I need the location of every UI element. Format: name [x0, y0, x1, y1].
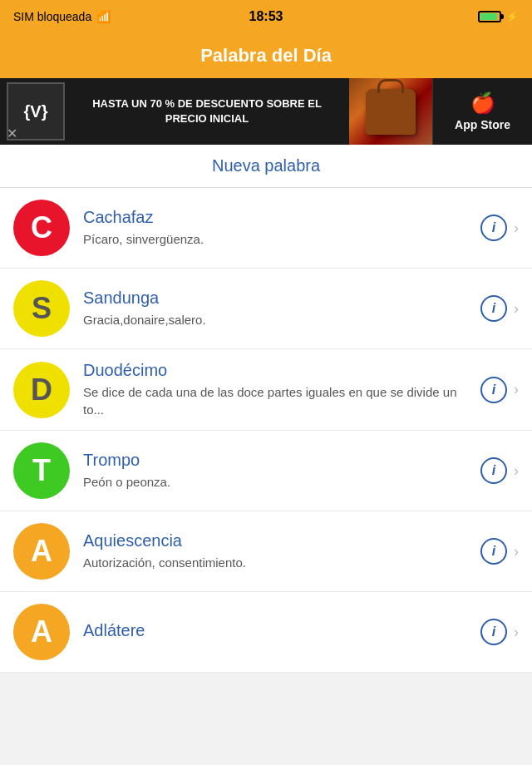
info-button[interactable]: i	[480, 619, 507, 645]
battery-fill	[480, 13, 497, 20]
app-title: Palabra del Día	[200, 45, 332, 67]
word-actions[interactable]: i ›	[480, 457, 519, 484]
bag-icon	[366, 89, 416, 135]
word-content: Aquiescencia Autorización, consentimient…	[83, 531, 474, 571]
ad-text: HASTA UN 70 % DE DESCUENTO SOBRE EL PREC…	[65, 96, 349, 126]
word-actions[interactable]: i ›	[480, 619, 519, 645]
chevron-right-icon: ›	[514, 300, 519, 318]
carrier-text: SIM bloqueada	[13, 10, 91, 23]
word-content: Duodécimo Se dice de cada una de las doc…	[83, 361, 474, 418]
word-actions[interactable]: i ›	[480, 377, 519, 403]
word-definition: Peón o peonza.	[83, 473, 474, 491]
word-item[interactable]: T Trompo Peón o peonza. i ›	[0, 431, 532, 511]
word-avatar: A	[13, 604, 70, 660]
nueva-palabra-label: Nueva palabra	[212, 156, 320, 175]
word-item[interactable]: A Adlátere i ›	[0, 592, 532, 673]
word-title: Duodécimo	[83, 361, 474, 380]
info-button[interactable]: i	[480, 457, 507, 484]
ad-logo-text: {V}	[24, 102, 48, 121]
word-content: Sandunga Gracia,donaire,salero.	[83, 289, 474, 328]
status-carrier: SIM bloqueada 📶	[13, 10, 111, 23]
info-button[interactable]: i	[480, 215, 507, 241]
word-content: Cachafaz Pícaro, sinvergüenza.	[83, 208, 474, 248]
ad-banner[interactable]: {V} HASTA UN 70 % DE DESCUENTO SOBRE EL …	[0, 78, 532, 145]
word-avatar: D	[13, 362, 70, 418]
words-list: C Cachafaz Pícaro, sinvergüenza. i › S S…	[0, 188, 532, 673]
word-avatar: T	[13, 442, 70, 499]
appstore-label: App Store	[455, 118, 510, 131]
word-definition: Pícaro, sinvergüenza.	[83, 230, 474, 248]
apple-icon: 🍎	[470, 91, 495, 115]
word-actions[interactable]: i ›	[480, 215, 519, 241]
word-actions[interactable]: i ›	[480, 295, 519, 322]
title-bar: Palabra del Día	[0, 33, 532, 78]
chevron-right-icon: ›	[514, 624, 519, 641]
word-item[interactable]: C Cachafaz Pícaro, sinvergüenza. i ›	[0, 188, 532, 269]
chevron-right-icon: ›	[514, 462, 519, 480]
word-avatar: S	[13, 280, 70, 337]
word-title: Trompo	[83, 451, 474, 470]
word-definition: Se dice de cada una de las doce partes i…	[83, 383, 474, 418]
word-title: Sandunga	[83, 289, 474, 308]
info-button[interactable]: i	[480, 295, 507, 322]
word-title: Adlátere	[83, 621, 474, 640]
status-right: ⚡	[478, 11, 519, 22]
chevron-right-icon: ›	[514, 381, 519, 398]
word-definition: Gracia,donaire,salero.	[83, 311, 474, 328]
status-bar: SIM bloqueada 📶 18:53 ⚡	[0, 0, 532, 33]
word-item[interactable]: D Duodécimo Se dice de cada una de las d…	[0, 349, 532, 431]
ad-image	[349, 78, 432, 145]
word-content: Adlátere	[83, 621, 474, 644]
word-definition: Autorización, consentimiento.	[83, 554, 474, 571]
charging-icon: ⚡	[506, 11, 519, 22]
word-title: Aquiescencia	[83, 531, 474, 550]
word-title: Cachafaz	[83, 208, 474, 227]
word-item[interactable]: S Sandunga Gracia,donaire,salero. i ›	[0, 269, 532, 349]
word-avatar: A	[13, 523, 70, 580]
battery-icon	[478, 11, 501, 22]
word-actions[interactable]: i ›	[480, 538, 519, 565]
close-ad-button[interactable]: ✕	[7, 126, 17, 141]
nueva-palabra-section: Nueva palabra	[0, 145, 532, 188]
wifi-icon: 📶	[96, 10, 111, 23]
chevron-right-icon: ›	[514, 543, 519, 560]
word-avatar: C	[13, 200, 70, 256]
ad-appstore[interactable]: 🍎 App Store	[432, 78, 532, 145]
word-content: Trompo Peón o peonza.	[83, 451, 474, 491]
info-button[interactable]: i	[480, 538, 507, 565]
status-time: 18:53	[249, 9, 283, 24]
info-button[interactable]: i	[480, 377, 507, 403]
chevron-right-icon: ›	[514, 220, 519, 237]
word-item[interactable]: A Aquiescencia Autorización, consentimie…	[0, 511, 532, 592]
